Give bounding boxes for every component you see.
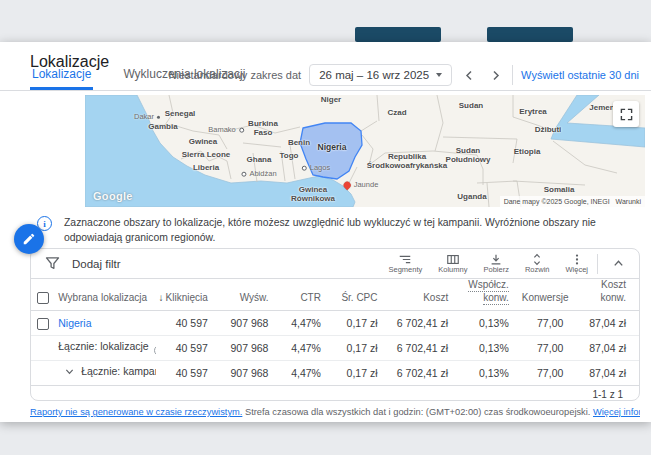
segments-button[interactable]: Segmenty: [381, 253, 429, 274]
cell-conversions: 77,00: [522, 311, 577, 336]
collapse-table-button[interactable]: [606, 257, 631, 270]
table-row-nigeria: Nigeria 40 597 907 968 4,47% 0,17 zł 6 7…: [31, 311, 639, 336]
background-page: [0, 0, 651, 42]
cell-ctr: 4,47%: [281, 311, 334, 336]
cell-avg-cpc: 0,17 zł: [334, 311, 391, 336]
pencil-icon: [22, 232, 36, 246]
column-header-clicks[interactable]: Kliknięcia: [156, 279, 221, 311]
date-range-controls: Niestandardowy zakres dat 26 maj – 16 wr…: [168, 64, 639, 86]
cell-conversions: 77,00: [522, 336, 577, 361]
cell-clicks: 40 597: [156, 361, 221, 386]
map-attribution: Dane mapy ©2025 Google, INEGI: [504, 198, 610, 205]
cell-impressions: 907 968: [221, 336, 282, 361]
table-row-total-locations: Łącznie: lokalizacje 40 597 907 968 4,47…: [31, 336, 639, 361]
cell-avg-cpc: 0,17 zł: [334, 361, 391, 386]
column-header-cost[interactable]: Koszt: [391, 279, 462, 311]
show-last-30-days-link[interactable]: Wyświetl ostatnie 30 dni: [521, 69, 639, 81]
cell-cost: 6 702,41 zł: [391, 311, 462, 336]
table-toolbar: Dodaj filtr Segmenty Kolumny Pobierz Ro: [31, 249, 639, 278]
sort-desc-icon: [159, 292, 166, 303]
statistics-table-card: Dodaj filtr Segmenty Kolumny Pobierz Ro: [30, 248, 640, 401]
filter-icon: [45, 257, 60, 270]
cell-conv-rate: 0,13%: [461, 361, 522, 386]
total-label: Łącznie: lokalizacje: [58, 340, 148, 352]
divider: [512, 65, 513, 85]
report-footer: Raporty nie są generowane w czasie rzecz…: [30, 406, 640, 418]
cell-cost-per-conv: 87,04 zł: [576, 361, 639, 386]
column-header-conversions[interactable]: Konwersje: [522, 279, 577, 311]
cell-cost-per-conv: 87,04 zł: [576, 311, 639, 336]
fullscreen-button[interactable]: [613, 101, 639, 127]
column-header-impressions[interactable]: Wyśw.: [221, 279, 282, 311]
column-header-conv-rate[interactable]: Współcz. konw.: [461, 279, 522, 311]
cell-clicks: 40 597: [156, 311, 221, 336]
chevron-up-icon: [612, 257, 625, 270]
clipped-background-element: [487, 27, 573, 42]
cell-clicks: 40 597: [156, 336, 221, 361]
add-filter-button[interactable]: Dodaj filtr: [45, 257, 121, 270]
download-button[interactable]: Pobierz: [476, 253, 515, 274]
column-header-location[interactable]: Wybrana lokalizacja: [55, 279, 156, 311]
expand-rows-button[interactable]: Rozwiń: [518, 253, 557, 274]
chevron-down-icon[interactable]: [64, 366, 75, 377]
columns-button[interactable]: Kolumny: [431, 253, 474, 274]
locations-table: Wybrana lokalizacja Kliknięcia Wyśw. CTR…: [31, 278, 639, 386]
date-range-type-label: Niestandardowy zakres dat: [168, 69, 301, 81]
cell-conv-rate: 0,13%: [461, 336, 522, 361]
chevron-down-icon: [436, 73, 442, 77]
cell-cost: 6 702,41 zł: [391, 336, 462, 361]
column-header-ctr[interactable]: CTR: [281, 279, 334, 311]
info-icon[interactable]: [154, 345, 157, 356]
banner-text: Zaznaczone obszary to lokalizacje, które…: [64, 215, 635, 245]
cell-conv-rate: 0,13%: [461, 311, 522, 336]
column-header-cost-per-conv[interactable]: Koszt konw.: [576, 279, 639, 311]
cell-conversions: 77,00: [522, 361, 577, 386]
location-link[interactable]: Nigeria: [58, 317, 91, 329]
timezone-note: Strefa czasowa dla wszystkich dat i godz…: [245, 407, 590, 417]
tab-bar: Lokalizacje Wykluczenia lokalizacji: [0, 90, 651, 91]
edit-locations-button[interactable]: [14, 224, 44, 254]
date-range-picker[interactable]: 26 maj – 16 wrz 2025: [309, 64, 452, 86]
table-header-row: Wybrana lokalizacja Kliknięcia Wyśw. CTR…: [31, 279, 639, 311]
date-range-value: 26 maj – 16 wrz 2025: [319, 69, 429, 81]
cell-cost-per-conv: 87,04 zł: [576, 336, 639, 361]
divider: [597, 254, 598, 274]
table-row-total-campaign: Łącznie: kampania 40 597 907 968 4,47% 0…: [31, 361, 639, 386]
select-all-checkbox[interactable]: [37, 292, 49, 304]
total-label: Łącznie: kampania: [81, 365, 156, 377]
cell-ctr: 4,47%: [281, 336, 334, 361]
map-terms-link[interactable]: Warunki: [616, 198, 641, 205]
cell-impressions: 907 968: [221, 361, 282, 386]
realtime-note-link[interactable]: Raporty nie są generowane w czasie rzecz…: [30, 407, 242, 417]
learn-more-link[interactable]: Więcej informacji: [593, 407, 640, 417]
more-options-button[interactable]: Więcej: [558, 253, 595, 274]
tab-locations[interactable]: Lokalizacje: [30, 67, 93, 90]
next-period-button[interactable]: [486, 66, 504, 84]
cell-impressions: 907 968: [221, 311, 282, 336]
pagination-status: 1-1 z 1: [31, 386, 639, 403]
clipped-background-element: [355, 27, 441, 42]
locations-panel: Lokalizacje Lokalizacje Wykluczenia loka…: [0, 42, 651, 422]
geo-map[interactable]: SenegalGambiaGwineaSierra LeoneLiberiaBu…: [85, 95, 645, 207]
previous-period-button[interactable]: [460, 66, 478, 84]
cell-cost: 6 702,41 zł: [391, 361, 462, 386]
fullscreen-icon: [620, 108, 633, 121]
column-header-avg-cpc[interactable]: Śr. CPC: [334, 279, 391, 311]
google-logo: Google: [93, 190, 133, 202]
cell-avg-cpc: 0,17 zł: [334, 336, 391, 361]
row-checkbox[interactable]: [37, 318, 49, 330]
cell-ctr: 4,47%: [281, 361, 334, 386]
